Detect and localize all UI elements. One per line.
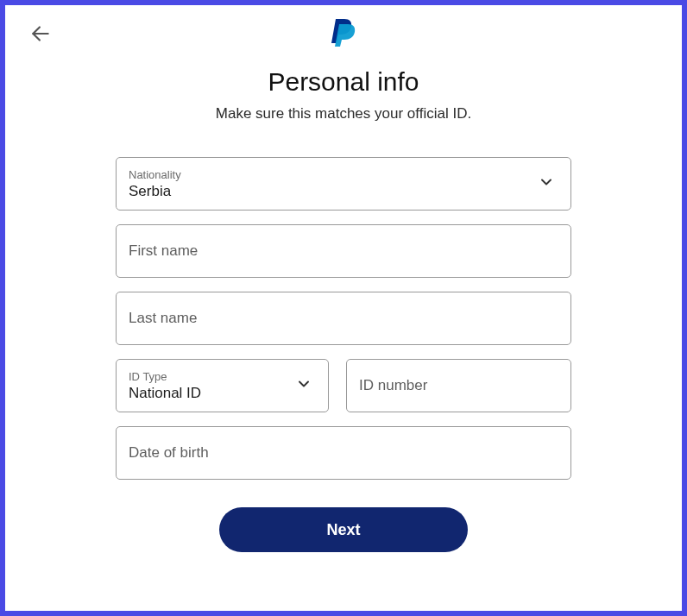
- first-name-input[interactable]: First name: [116, 224, 571, 278]
- paypal-logo: [331, 17, 356, 50]
- page-subtitle: Make sure this matches your official ID.: [5, 105, 682, 123]
- chevron-down-icon: [538, 173, 555, 194]
- back-button[interactable]: [29, 22, 52, 45]
- nationality-select[interactable]: Nationality Serbia: [116, 157, 571, 211]
- first-name-placeholder: First name: [129, 242, 558, 260]
- paypal-logo-icon: [331, 17, 356, 47]
- id-number-placeholder: ID number: [359, 377, 558, 394]
- next-button[interactable]: Next: [219, 507, 468, 552]
- nationality-value: Serbia: [129, 183, 558, 200]
- page-title: Personal info: [5, 67, 682, 97]
- last-name-placeholder: Last name: [129, 310, 558, 327]
- arrow-left-icon: [29, 22, 52, 45]
- nationality-label: Nationality: [129, 168, 558, 181]
- id-number-input[interactable]: ID number: [346, 359, 571, 412]
- chevron-down-icon: [295, 375, 312, 396]
- dob-input[interactable]: Date of birth: [116, 426, 571, 480]
- id-type-value: National ID: [129, 385, 316, 402]
- personal-info-form: Nationality Serbia First name Last name …: [116, 157, 571, 552]
- id-type-select[interactable]: ID Type National ID: [116, 359, 329, 412]
- id-type-label: ID Type: [129, 370, 316, 383]
- last-name-input[interactable]: Last name: [116, 292, 571, 345]
- dob-placeholder: Date of birth: [129, 444, 558, 462]
